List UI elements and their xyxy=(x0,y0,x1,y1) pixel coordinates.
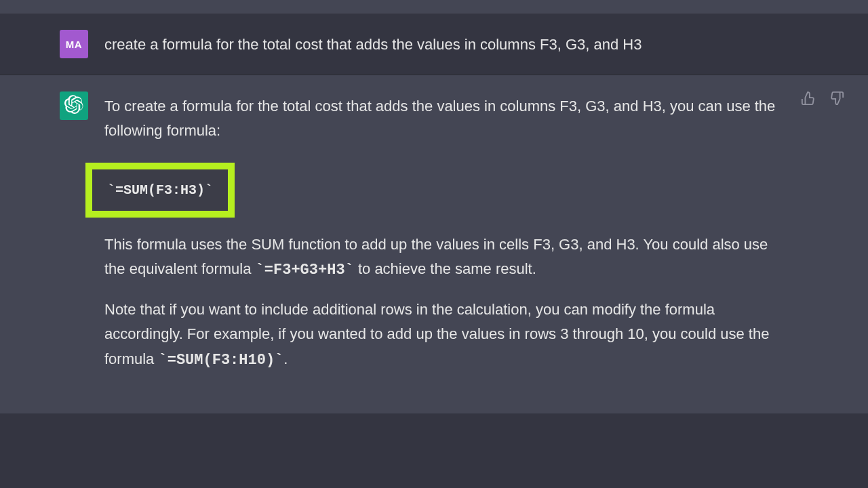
bottom-edge xyxy=(0,476,868,488)
assistant-avatar xyxy=(60,92,88,120)
user-avatar-initials: MA xyxy=(66,39,82,50)
user-message-row: MA create a formula for the total cost t… xyxy=(0,14,868,75)
feedback-controls xyxy=(799,90,846,109)
thumbs-up-button[interactable] xyxy=(799,90,818,109)
assistant-message-content: To create a formula for the total cost t… xyxy=(104,92,783,373)
formula-highlight-text: `=SUM(F3:H3)` xyxy=(107,182,213,198)
thumbs-up-icon xyxy=(801,91,816,108)
thumbs-down-button[interactable] xyxy=(827,90,846,109)
previous-message-edge xyxy=(0,0,868,14)
assistant-message-row: To create a formula for the total cost t… xyxy=(0,75,868,413)
formula-highlight-box: `=SUM(F3:H3)` xyxy=(85,163,235,218)
user-message-text: create a formula for the total cost that… xyxy=(104,33,783,57)
para2-post: to achieve the same result. xyxy=(354,260,536,277)
para3-code: `=SUM(F3:H10)` xyxy=(158,352,283,369)
para2-code: `=F3+G3+H3` xyxy=(256,262,354,279)
assistant-intro-text: To create a formula for the total cost t… xyxy=(104,94,783,144)
assistant-para-3: Note that if you want to include additio… xyxy=(104,298,783,373)
para3-post: . xyxy=(283,350,288,367)
thumbs-down-icon xyxy=(829,91,844,108)
user-avatar: MA xyxy=(60,30,88,58)
assistant-para-2: This formula uses the SUM function to ad… xyxy=(104,232,783,283)
user-message-content: create a formula for the total cost that… xyxy=(104,30,783,58)
openai-icon xyxy=(64,95,83,117)
